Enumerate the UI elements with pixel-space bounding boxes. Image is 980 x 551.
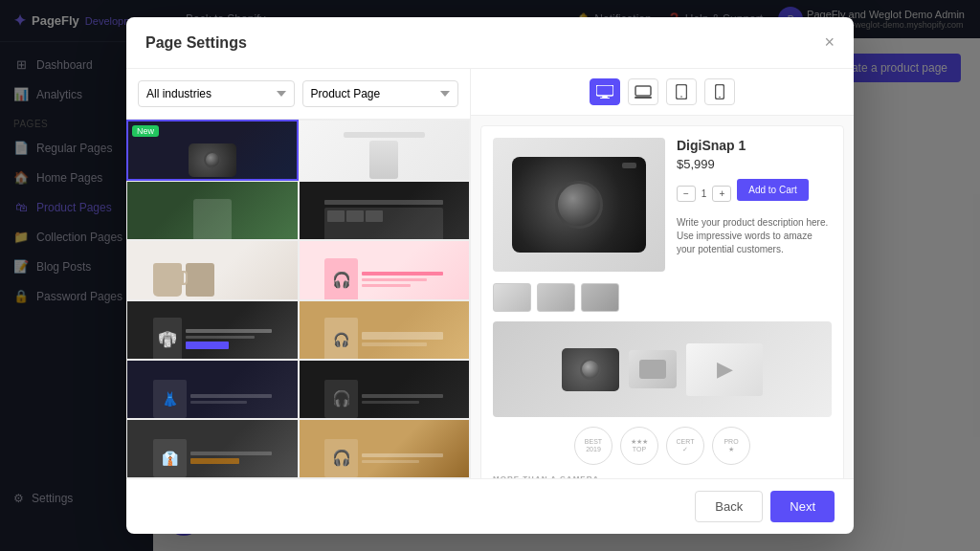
page-settings-modal: Page Settings × All industries Product P… [126, 17, 854, 534]
template-row3-d[interactable]: 🎧 [299, 419, 471, 478]
svg-rect-1 [602, 96, 608, 98]
preview-product-name: DigiSnap 1 [677, 138, 832, 153]
preview-product-detail: DigiSnap 1 $5,999 − 1 + Add to Cart [481, 126, 843, 478]
preview-description: Write your product description here. Use… [677, 216, 832, 256]
badge-3: CERT✓ [666, 427, 704, 465]
add-to-cart-button[interactable]: Add to Cart [737, 179, 809, 201]
templates-grid: New DigiSnap Techone [126, 120, 470, 478]
template-bfcm-fashion-preview: 👘 [127, 301, 298, 360]
template-valentine-preview: 🎧 [300, 241, 470, 299]
svg-rect-2 [600, 98, 610, 99]
template-digisnap[interactable]: New DigiSnap [126, 120, 299, 181]
modal-close-button[interactable]: × [824, 33, 835, 53]
template-row3c-preview: 👔 [127, 420, 298, 478]
badge-2: ★★★TOP [620, 427, 658, 465]
thumbnail-2 [537, 283, 575, 312]
template-valentine[interactable]: 🎧 Valentine - Product [299, 240, 471, 299]
preview-toolbar [471, 69, 854, 116]
camera-visual [512, 157, 646, 253]
template-techone[interactable]: Techone [299, 120, 471, 181]
template-togepi[interactable]: Togepi [126, 181, 299, 240]
preview-product-image [493, 138, 665, 272]
back-button[interactable]: Back [695, 491, 763, 522]
template-togepi-preview [127, 182, 298, 240]
industry-filter[interactable]: All industries [138, 80, 295, 107]
template-row3a-preview: 👗 [127, 361, 298, 419]
modal-body: All industries Product Page [126, 69, 854, 478]
template-carona[interactable]: 🎧 Carona [299, 300, 471, 360]
preview-panel: DigiSnap 1 $5,999 − 1 + Add to Cart [471, 69, 854, 478]
preview-large-image: ▶ [493, 321, 832, 417]
preview-product-info: DigiSnap 1 $5,999 − 1 + Add to Cart [677, 138, 832, 272]
template-preview-container: DigiSnap 1 $5,999 − 1 + Add to Cart [480, 125, 844, 478]
preview-product-top: DigiSnap 1 $5,999 − 1 + Add to Cart [493, 138, 832, 272]
preview-product-price: $5,999 [677, 157, 832, 171]
svg-rect-3 [635, 86, 651, 96]
template-row3-b[interactable]: 🎧 [299, 360, 471, 419]
modal-overlay: Page Settings × All industries Product P… [0, 0, 980, 551]
template-bfcm-canvas[interactable]: BFCM Canvas - Collection [299, 181, 471, 240]
tablet-device-button[interactable] [666, 78, 697, 105]
preview-content: DigiSnap 1 $5,999 − 1 + Add to Cart [471, 116, 854, 478]
template-bfcm-canvas-preview [300, 182, 470, 240]
modal-title: Page Settings [145, 34, 247, 52]
thumbnail-3 [581, 283, 619, 312]
preview-thumbnails [493, 283, 832, 312]
page-type-filter[interactable]: Product Page [302, 80, 459, 107]
laptop-device-button[interactable] [628, 78, 658, 105]
template-bfcm-fashion[interactable]: 👘 BFCM Fashion - Product [126, 300, 299, 360]
template-row3-c[interactable]: 👔 [126, 419, 299, 478]
svg-rect-0 [596, 85, 613, 96]
modal-header: Page Settings × [126, 17, 854, 69]
camera-lens [555, 181, 603, 229]
modal-footer: Back Next [126, 478, 854, 534]
svg-point-8 [719, 97, 721, 99]
new-badge: New [132, 125, 159, 137]
template-muggy[interactable]: Muggy [126, 240, 299, 299]
template-row3-a[interactable]: 👗 [126, 360, 299, 419]
thumbnail-1 [493, 283, 531, 312]
main-content: ← Back to Shopify 🔔 Notification ❓ Help … [153, 0, 980, 551]
svg-rect-4 [635, 97, 652, 99]
template-row3b-preview: 🎧 [300, 361, 470, 419]
template-techone-preview [300, 121, 470, 181]
templates-panel: All industries Product Page [126, 69, 471, 478]
next-button[interactable]: Next [770, 491, 835, 522]
desktop-device-button[interactable] [590, 78, 620, 105]
mobile-device-button[interactable] [704, 78, 735, 105]
svg-point-6 [680, 96, 682, 98]
template-row3d-preview: 🎧 [300, 420, 470, 478]
preview-trust-badges: BEST2019 ★★★TOP CERT✓ PRO★ [493, 427, 832, 465]
template-muggy-preview [127, 241, 298, 299]
template-carona-preview: 🎧 [300, 301, 470, 360]
badge-1: BEST2019 [574, 427, 612, 465]
badge-4: PRO★ [712, 427, 750, 465]
templates-filters: All industries Product Page [126, 69, 470, 120]
